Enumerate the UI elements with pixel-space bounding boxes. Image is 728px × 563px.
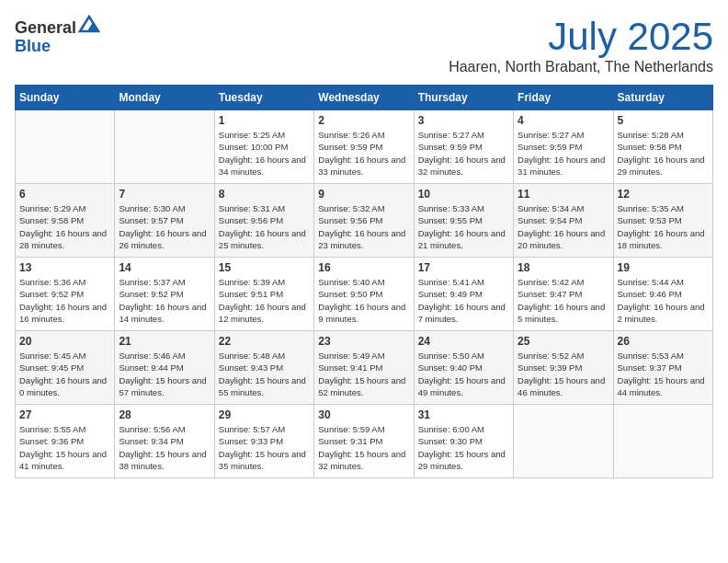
day-number: 21 — [119, 335, 210, 348]
month-title: July 2025 — [449, 15, 713, 59]
weekday-header: Tuesday — [214, 86, 313, 110]
calendar-cell: 28Sunrise: 5:56 AM Sunset: 9:34 PM Dayli… — [115, 405, 214, 478]
day-number: 9 — [318, 188, 409, 201]
weekday-header-row: SundayMondayTuesdayWednesdayThursdayFrid… — [16, 86, 713, 110]
day-number: 31 — [418, 408, 509, 421]
calendar-cell: 6Sunrise: 5:29 AM Sunset: 9:58 PM Daylig… — [16, 184, 115, 258]
day-number: 8 — [219, 188, 310, 201]
day-detail: Sunrise: 5:40 AM Sunset: 9:50 PM Dayligh… — [318, 276, 409, 325]
calendar-cell: 11Sunrise: 5:34 AM Sunset: 9:54 PM Dayli… — [514, 184, 613, 258]
calendar-cell — [16, 110, 115, 184]
day-number: 30 — [318, 408, 409, 421]
location-title: Haaren, North Brabant, The Netherlands — [449, 59, 713, 75]
day-detail: Sunrise: 5:39 AM Sunset: 9:51 PM Dayligh… — [219, 276, 310, 325]
day-detail: Sunrise: 5:35 AM Sunset: 9:53 PM Dayligh… — [618, 202, 709, 251]
day-detail: Sunrise: 5:31 AM Sunset: 9:56 PM Dayligh… — [219, 202, 310, 251]
day-detail: Sunrise: 5:28 AM Sunset: 9:58 PM Dayligh… — [618, 129, 709, 178]
calendar-cell: 16Sunrise: 5:40 AM Sunset: 9:50 PM Dayli… — [314, 258, 414, 331]
day-number: 2 — [318, 114, 409, 127]
calendar-cell: 3Sunrise: 5:27 AM Sunset: 9:59 PM Daylig… — [414, 110, 513, 184]
logo-blue: Blue — [15, 37, 51, 55]
day-detail: Sunrise: 5:59 AM Sunset: 9:31 PM Dayligh… — [318, 423, 409, 472]
day-number: 15 — [219, 261, 310, 274]
logo-general: General — [15, 18, 76, 37]
page-header: General Blue July 2025 Haaren, North Bra… — [15, 15, 713, 75]
calendar-cell: 25Sunrise: 5:52 AM Sunset: 9:39 PM Dayli… — [514, 331, 613, 405]
weekday-header: Friday — [514, 86, 613, 110]
weekday-header: Thursday — [414, 86, 513, 110]
calendar-cell: 1Sunrise: 5:25 AM Sunset: 10:00 PM Dayli… — [214, 110, 313, 184]
weekday-header: Wednesday — [314, 86, 414, 110]
day-number: 29 — [219, 408, 310, 421]
calendar-cell: 26Sunrise: 5:53 AM Sunset: 9:37 PM Dayli… — [613, 331, 712, 405]
calendar-cell: 29Sunrise: 5:57 AM Sunset: 9:33 PM Dayli… — [214, 405, 313, 478]
calendar-week-row: 1Sunrise: 5:25 AM Sunset: 10:00 PM Dayli… — [16, 110, 713, 184]
day-detail: Sunrise: 5:34 AM Sunset: 9:54 PM Dayligh… — [518, 202, 609, 251]
calendar-cell: 30Sunrise: 5:59 AM Sunset: 9:31 PM Dayli… — [314, 405, 414, 478]
day-detail: Sunrise: 6:00 AM Sunset: 9:30 PM Dayligh… — [418, 423, 509, 472]
day-detail: Sunrise: 5:50 AM Sunset: 9:40 PM Dayligh… — [418, 350, 509, 398]
calendar-week-row: 27Sunrise: 5:55 AM Sunset: 9:36 PM Dayli… — [16, 405, 713, 478]
day-number: 18 — [518, 261, 609, 274]
day-detail: Sunrise: 5:30 AM Sunset: 9:57 PM Dayligh… — [119, 202, 210, 251]
title-block: July 2025 Haaren, North Brabant, The Net… — [449, 15, 713, 75]
calendar-cell: 21Sunrise: 5:46 AM Sunset: 9:44 PM Dayli… — [115, 331, 214, 405]
weekday-header: Saturday — [613, 86, 712, 110]
day-number: 10 — [418, 188, 509, 201]
day-detail: Sunrise: 5:27 AM Sunset: 9:59 PM Dayligh… — [518, 129, 609, 178]
calendar-week-row: 6Sunrise: 5:29 AM Sunset: 9:58 PM Daylig… — [16, 184, 713, 258]
day-number: 20 — [19, 335, 110, 348]
day-number: 5 — [618, 114, 709, 127]
day-detail: Sunrise: 5:41 AM Sunset: 9:49 PM Dayligh… — [418, 276, 509, 325]
day-detail: Sunrise: 5:25 AM Sunset: 10:00 PM Daylig… — [219, 129, 310, 178]
calendar-cell: 12Sunrise: 5:35 AM Sunset: 9:53 PM Dayli… — [613, 184, 712, 258]
calendar-cell: 8Sunrise: 5:31 AM Sunset: 9:56 PM Daylig… — [214, 184, 313, 258]
calendar-cell: 17Sunrise: 5:41 AM Sunset: 9:49 PM Dayli… — [414, 258, 513, 331]
day-detail: Sunrise: 5:27 AM Sunset: 9:59 PM Dayligh… — [418, 129, 509, 178]
calendar-cell: 10Sunrise: 5:33 AM Sunset: 9:55 PM Dayli… — [414, 184, 513, 258]
day-number: 25 — [518, 335, 609, 348]
day-number: 17 — [418, 261, 509, 274]
day-number: 12 — [618, 188, 709, 201]
day-detail: Sunrise: 5:29 AM Sunset: 9:58 PM Dayligh… — [19, 202, 110, 251]
weekday-header: Sunday — [16, 86, 115, 110]
logo-icon — [78, 15, 100, 33]
day-detail: Sunrise: 5:37 AM Sunset: 9:52 PM Dayligh… — [119, 276, 210, 325]
day-detail: Sunrise: 5:44 AM Sunset: 9:46 PM Dayligh… — [618, 276, 709, 325]
day-number: 4 — [518, 114, 609, 127]
day-detail: Sunrise: 5:53 AM Sunset: 9:37 PM Dayligh… — [618, 350, 709, 398]
day-detail: Sunrise: 5:33 AM Sunset: 9:55 PM Dayligh… — [418, 202, 509, 251]
calendar-cell: 23Sunrise: 5:49 AM Sunset: 9:41 PM Dayli… — [314, 331, 414, 405]
calendar-cell: 5Sunrise: 5:28 AM Sunset: 9:58 PM Daylig… — [613, 110, 712, 184]
day-number: 3 — [418, 114, 509, 127]
day-detail: Sunrise: 5:49 AM Sunset: 9:41 PM Dayligh… — [318, 350, 409, 398]
calendar-cell: 2Sunrise: 5:26 AM Sunset: 9:59 PM Daylig… — [314, 110, 414, 184]
day-detail: Sunrise: 5:45 AM Sunset: 9:45 PM Dayligh… — [19, 350, 110, 398]
calendar-cell: 13Sunrise: 5:36 AM Sunset: 9:52 PM Dayli… — [16, 258, 115, 331]
calendar-cell: 24Sunrise: 5:50 AM Sunset: 9:40 PM Dayli… — [414, 331, 513, 405]
calendar-week-row: 13Sunrise: 5:36 AM Sunset: 9:52 PM Dayli… — [16, 258, 713, 331]
day-detail: Sunrise: 5:42 AM Sunset: 9:47 PM Dayligh… — [518, 276, 609, 325]
logo: General Blue — [15, 15, 100, 56]
calendar-cell: 7Sunrise: 5:30 AM Sunset: 9:57 PM Daylig… — [115, 184, 214, 258]
day-number: 24 — [418, 335, 509, 348]
day-detail: Sunrise: 5:57 AM Sunset: 9:33 PM Dayligh… — [219, 423, 310, 472]
calendar-week-row: 20Sunrise: 5:45 AM Sunset: 9:45 PM Dayli… — [16, 331, 713, 405]
calendar-cell: 31Sunrise: 6:00 AM Sunset: 9:30 PM Dayli… — [414, 405, 513, 478]
day-number: 7 — [119, 188, 210, 201]
calendar-cell: 20Sunrise: 5:45 AM Sunset: 9:45 PM Dayli… — [16, 331, 115, 405]
day-number: 11 — [518, 188, 609, 201]
calendar-table: SundayMondayTuesdayWednesdayThursdayFrid… — [15, 85, 713, 478]
day-detail: Sunrise: 5:52 AM Sunset: 9:39 PM Dayligh… — [518, 350, 609, 398]
day-detail: Sunrise: 5:48 AM Sunset: 9:43 PM Dayligh… — [219, 350, 310, 398]
day-detail: Sunrise: 5:32 AM Sunset: 9:56 PM Dayligh… — [318, 202, 409, 251]
day-number: 22 — [219, 335, 310, 348]
calendar-cell: 4Sunrise: 5:27 AM Sunset: 9:59 PM Daylig… — [514, 110, 613, 184]
calendar-cell — [115, 110, 214, 184]
day-number: 6 — [19, 188, 110, 201]
day-detail: Sunrise: 5:26 AM Sunset: 9:59 PM Dayligh… — [318, 129, 409, 178]
day-detail: Sunrise: 5:36 AM Sunset: 9:52 PM Dayligh… — [19, 276, 110, 325]
calendar-cell: 27Sunrise: 5:55 AM Sunset: 9:36 PM Dayli… — [16, 405, 115, 478]
calendar-cell: 22Sunrise: 5:48 AM Sunset: 9:43 PM Dayli… — [214, 331, 313, 405]
calendar-cell: 19Sunrise: 5:44 AM Sunset: 9:46 PM Dayli… — [613, 258, 712, 331]
